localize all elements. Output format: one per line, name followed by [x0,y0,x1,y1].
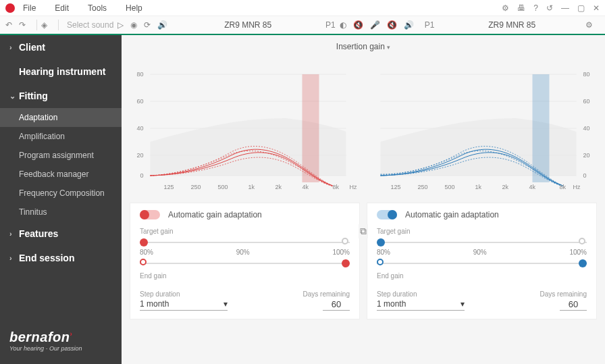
svg-text:250: 250 [191,184,201,190]
mute-right-icon[interactable]: 🔇 [387,20,397,30]
svg-text:40: 40 [583,125,590,132]
speaker-left-icon[interactable]: 🔊 [157,20,167,30]
chart-title-dropdown-icon[interactable]: ▾ [387,44,390,51]
device-left-label: ZR9 MNR 85 [224,20,271,30]
sidebar-features[interactable]: ›Features [0,222,122,246]
insertion-gain-chart-left[interactable]: 80 60 40 20 0 125 250 500 [130,54,360,196]
sidebar-hearing-instrument[interactable]: Hearing instrument [0,59,122,84]
loop-icon[interactable]: ⟳ [144,20,151,30]
redo-icon[interactable]: ↷ [19,20,26,30]
record-icon[interactable]: ◉ [130,20,137,30]
chevron-down-icon: ▾ [461,299,465,309]
svg-text:1k: 1k [248,184,255,190]
sidebar-sub-frequency-composition[interactable]: Frequency Composition [0,184,122,203]
program-right-label[interactable]: P1 [425,20,435,30]
chevron-right-icon: › [9,254,19,262]
select-sound-label[interactable]: Select sound [67,20,113,30]
step-duration-label: Step duration [377,290,465,298]
settings-right-icon[interactable]: ⚙ [585,20,593,30]
target-gain-label: Target gain [377,228,587,235]
svg-text:8k: 8k [333,184,340,190]
svg-text:60: 60 [583,98,590,105]
aga-toggle-label: Automatic gain adaptation [168,210,262,219]
menu-file[interactable]: File [23,3,36,13]
svg-text:4k: 4k [529,184,536,190]
days-remaining-value-left: 60 [323,299,350,311]
gear-icon[interactable]: ⚙ [502,3,509,13]
print-icon[interactable]: 🖶 [517,3,525,13]
target-icon[interactable]: ◈ [41,20,47,30]
mute-left-icon[interactable]: 🔇 [353,20,363,30]
device-right-label: ZR9 MNR 85 [488,20,535,30]
side-left-icon[interactable]: ◐ [340,20,346,30]
brand-block: bernafon› Your hearing - Our passion [0,321,122,364]
aga-toggle-right[interactable] [377,210,397,219]
mic-icon[interactable]: 🎤 [370,20,380,30]
svg-text:20: 20 [583,152,590,159]
sidebar-fitting[interactable]: ⌄Fitting [0,84,122,108]
link-sides-icon[interactable]: ⧉ [359,224,368,238]
svg-text:Hz: Hz [573,184,581,190]
menu-help[interactable]: Help [126,3,142,13]
end-gain-slider-left[interactable] [140,259,350,268]
svg-text:0: 0 [583,172,587,179]
sidebar-sub-program-assignment[interactable]: Program assignment [0,146,122,165]
help-icon[interactable]: ? [533,3,538,13]
tick-90: 90% [473,249,487,256]
sidebar-client[interactable]: ›Client [0,35,122,59]
program-left-label[interactable]: P1 [325,20,336,30]
chart-title[interactable]: Insertion gain ▾ [130,42,597,51]
sidebar-sub-tinnitus[interactable]: Tinnitus [0,203,122,222]
svg-text:4k: 4k [302,184,309,190]
menu-tools[interactable]: Tools [88,3,107,13]
step-duration-dropdown-right[interactable]: 1 month ▾ [377,298,465,311]
svg-text:60: 60 [136,98,143,105]
tick-100: 100% [569,249,587,256]
chevron-down-icon: ⌄ [9,92,19,101]
aga-toggle-left[interactable] [140,210,160,219]
sidebar-sub-amplification[interactable]: Amplification [0,127,122,146]
days-remaining-label: Days remaining [540,290,587,298]
chevron-right-icon: › [9,43,19,51]
days-remaining-label: Days remaining [303,290,350,298]
svg-text:80: 80 [136,71,143,78]
sidebar-sub-feedback-manager[interactable]: Feedback manager [0,165,122,184]
svg-text:8k: 8k [560,184,567,190]
sidebar-label: End session [19,253,74,263]
end-gain-label: End gain [140,272,350,280]
step-duration-label: Step duration [140,290,228,298]
brand-tagline: Your hearing - Our passion [9,345,112,352]
svg-text:250: 250 [418,184,428,190]
sidebar: ›Client Hearing instrument ⌄Fitting Adap… [0,35,122,364]
svg-text:80: 80 [583,71,590,78]
maximize-icon[interactable]: ▢ [577,3,585,13]
tick-100: 100% [332,249,350,256]
sidebar-label: Client [19,42,45,53]
svg-text:40: 40 [136,125,143,132]
sidebar-label: Fitting [19,90,48,101]
tick-80: 80% [140,249,153,256]
insertion-gain-chart-right[interactable]: 80 60 40 20 0 125 250 500 [367,54,597,196]
app-logo-icon [5,3,15,13]
speaker-right-icon[interactable]: 🔊 [404,20,414,30]
play-icon[interactable]: ▷ [117,20,124,30]
svg-text:Hz: Hz [350,184,357,190]
end-gain-slider-right[interactable] [377,259,587,268]
svg-text:500: 500 [445,184,455,190]
adaptation-panel-left: Automatic gain adaptation Target gain 80… [130,203,360,319]
minimize-icon[interactable]: — [561,3,569,13]
refresh-icon[interactable]: ↺ [546,3,553,13]
sidebar-sub-adaptation[interactable]: Adaptation [0,108,122,127]
svg-text:125: 125 [391,184,401,190]
menubar: File Edit Tools Help ⚙ 🖶 ? ↺ — ▢ ✕ [0,0,605,16]
menu-edit[interactable]: Edit [55,3,69,13]
sidebar-end-session[interactable]: ›End session [0,246,122,270]
target-gain-slider-right[interactable] [377,238,587,247]
undo-icon[interactable]: ↶ [5,20,12,30]
close-icon[interactable]: ✕ [593,3,600,13]
svg-text:1k: 1k [475,184,482,190]
brand-accent-icon: › [70,330,73,338]
chevron-down-icon: ▾ [223,299,228,309]
step-duration-dropdown-left[interactable]: 1 month ▾ [140,298,228,311]
target-gain-slider-left[interactable] [140,238,350,247]
